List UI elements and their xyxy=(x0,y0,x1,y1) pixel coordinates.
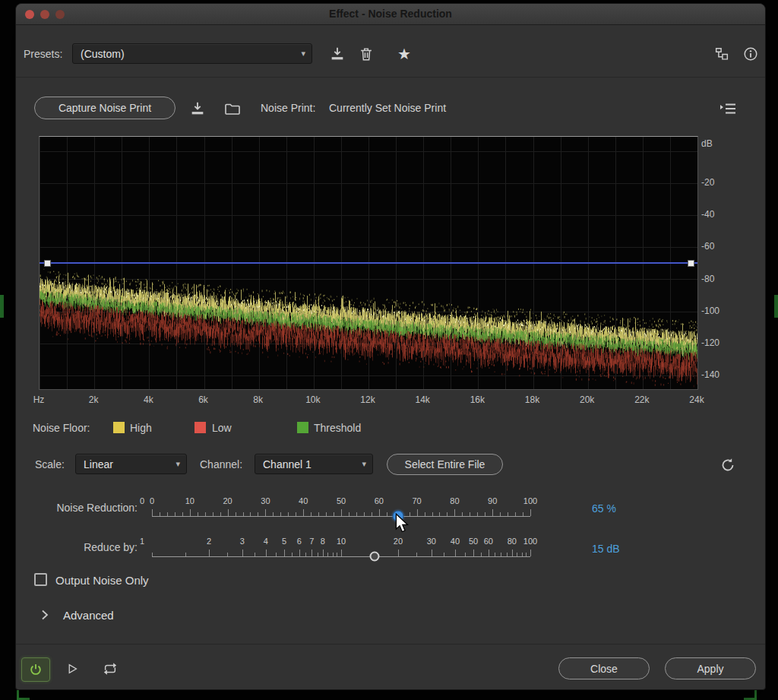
chevron-down-icon: ▾ xyxy=(301,49,305,59)
info-button[interactable] xyxy=(739,43,762,65)
noise-reduction-unit: % xyxy=(606,502,615,515)
slider-min-label: 1 xyxy=(140,537,144,546)
waveform-corner-mark xyxy=(17,690,30,700)
divider xyxy=(16,644,765,645)
presets-label: Presets: xyxy=(24,48,62,60)
low-label: Low xyxy=(212,422,232,434)
reduce-by-value: 15 dB xyxy=(592,543,620,555)
x-axis-labels: Hz2k4k6k8k10k12k14k16k18k20k22k24k xyxy=(39,394,697,407)
folder-icon xyxy=(223,100,242,118)
waveform-edge-mark xyxy=(774,295,778,318)
tick-marks xyxy=(152,509,530,516)
play-icon xyxy=(65,661,80,676)
advanced-label[interactable]: Advanced xyxy=(63,609,114,622)
noise-reduction-number: 65 xyxy=(592,502,604,515)
mouse-cursor xyxy=(394,513,410,537)
frequency-graph[interactable] xyxy=(39,136,698,390)
slider-min-label: 0 xyxy=(140,496,144,505)
window-title: Effect - Noise Reduction xyxy=(16,8,765,20)
reduce-by-label: Reduce by: xyxy=(31,541,138,553)
scale-dropdown[interactable]: Linear ▾ xyxy=(75,454,187,474)
slider-track xyxy=(152,556,530,557)
star-icon: ★ xyxy=(397,46,411,62)
save-noise-print-button[interactable] xyxy=(186,98,209,119)
effect-power-toggle[interactable] xyxy=(21,657,50,682)
channel-dropdown-value: Channel 1 xyxy=(263,458,357,470)
threshold-swatch xyxy=(297,422,308,433)
low-swatch xyxy=(194,422,206,433)
loop-icon xyxy=(102,661,119,676)
noise-reduction-value: 65 % xyxy=(592,502,616,515)
title-bar[interactable]: Effect - Noise Reduction xyxy=(16,4,765,25)
reduce-by-handle[interactable] xyxy=(369,552,379,562)
panel-menu-icon xyxy=(719,102,737,116)
output-noise-only-checkbox[interactable] xyxy=(34,573,47,586)
divider xyxy=(16,77,765,78)
trash-icon xyxy=(358,46,375,62)
y-axis-labels: dB-20-40-60-80-100-120-140 xyxy=(701,136,764,388)
noise-reduction-dialog: Effect - Noise Reduction Presets: (Custo… xyxy=(15,3,766,690)
slider-track xyxy=(152,516,530,517)
advanced-disclosure[interactable] xyxy=(37,607,52,622)
tick-marks xyxy=(152,550,530,556)
capture-noise-print-button[interactable]: Capture Noise Print xyxy=(34,97,176,119)
reset-button[interactable] xyxy=(715,454,741,477)
presets-dropdown-value: (Custom) xyxy=(81,48,296,60)
screen: Effect - Noise Reduction Presets: (Custo… xyxy=(0,0,778,700)
noise-print-label: Noise Print: xyxy=(261,102,315,114)
info-icon xyxy=(742,46,759,62)
reduce-by-number: 15 xyxy=(592,543,604,555)
scale-label: Scale: xyxy=(35,458,65,470)
high-label: High xyxy=(130,422,152,434)
threshold-right-handle[interactable] xyxy=(688,260,694,267)
select-entire-file-button[interactable]: Select Entire File xyxy=(387,454,503,475)
save-preset-button[interactable] xyxy=(326,43,349,65)
threshold-label: Threshold xyxy=(314,422,361,434)
threshold-line[interactable] xyxy=(40,262,697,264)
loop-playback-button[interactable] xyxy=(96,657,124,680)
noise-print-menu-button[interactable] xyxy=(713,100,742,118)
chevron-down-icon: ▾ xyxy=(176,459,180,469)
noise-reduction-slider[interactable]: 0 0102030405060708090100 xyxy=(152,496,530,522)
chevron-down-icon: ▾ xyxy=(362,459,366,469)
noise-reduction-label: Noise Reduction: xyxy=(31,502,138,514)
power-icon xyxy=(28,662,43,677)
high-swatch xyxy=(113,422,125,433)
waveform-edge-mark xyxy=(0,295,4,318)
output-noise-only-label: Output Noise Only xyxy=(55,574,149,587)
reduce-by-slider[interactable]: 1 234567810203040506080100 xyxy=(152,537,530,562)
scale-dropdown-value: Linear xyxy=(84,458,171,470)
apply-button[interactable]: Apply xyxy=(665,657,756,679)
threshold-left-handle[interactable] xyxy=(44,260,51,267)
save-preset-icon xyxy=(329,46,346,62)
effect-rack-icon xyxy=(713,46,730,62)
reduce-by-unit: dB xyxy=(606,543,619,555)
presets-dropdown[interactable]: (Custom) ▾ xyxy=(72,43,312,64)
insert-in-effects-rack-button[interactable] xyxy=(710,43,733,65)
channel-label: Channel: xyxy=(200,458,242,470)
preview-play-button[interactable] xyxy=(59,657,86,680)
noise-print-value: Currently Set Noise Print xyxy=(329,102,446,114)
delete-preset-button[interactable] xyxy=(355,43,378,65)
reset-icon xyxy=(719,456,737,474)
save-noise-print-icon xyxy=(189,100,206,117)
chevron-right-icon xyxy=(41,610,49,620)
favorite-preset-button[interactable]: ★ xyxy=(393,43,416,65)
channel-dropdown[interactable]: Channel 1 ▾ xyxy=(255,454,373,474)
close-button[interactable]: Close xyxy=(558,657,650,679)
load-noise-print-button[interactable] xyxy=(221,98,244,119)
waveform-corner-mark xyxy=(744,690,757,700)
